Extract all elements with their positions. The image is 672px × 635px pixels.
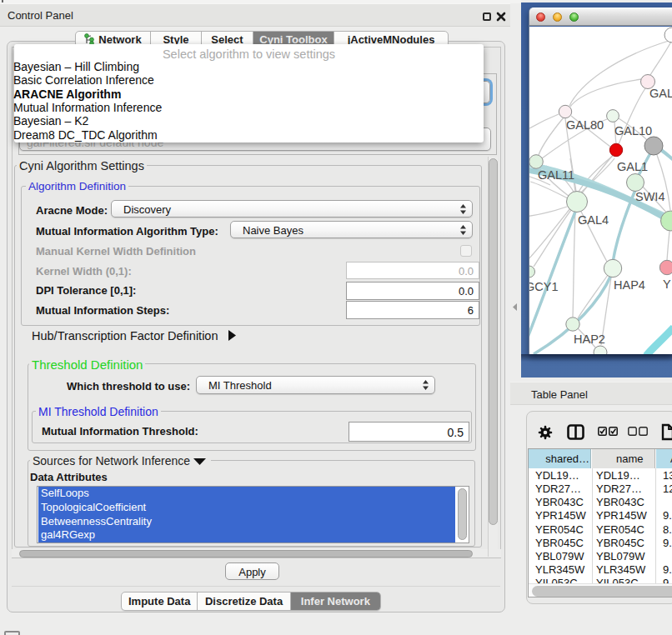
svg-text:GAL4: GAL4 xyxy=(578,213,609,227)
svg-text:HAP4: HAP4 xyxy=(614,278,645,292)
svg-text:HAP2: HAP2 xyxy=(574,332,605,346)
svg-text:GAL1: GAL1 xyxy=(617,160,648,173)
svg-text:GAL11: GAL11 xyxy=(538,168,574,182)
svg-text:GCY1: GCY1 xyxy=(529,280,559,293)
svg-text:Y: Y xyxy=(663,278,671,291)
svg-text:GAL80: GAL80 xyxy=(566,118,604,132)
svg-text:SWI4: SWI4 xyxy=(635,190,664,203)
svg-text:GAL10: GAL10 xyxy=(614,124,652,138)
svg-text:GAL2: GAL2 xyxy=(649,87,672,100)
